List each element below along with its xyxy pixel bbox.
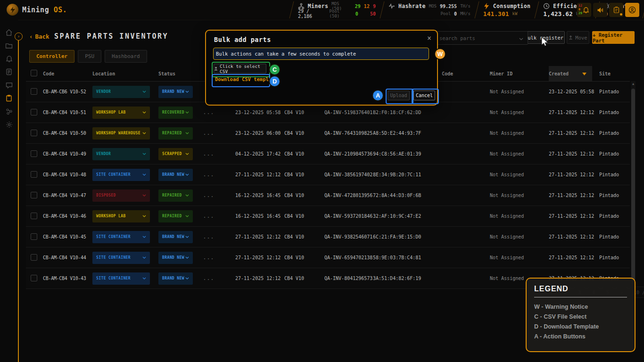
- bulk-register-button[interactable]: Bulk register: [523, 31, 565, 44]
- notifications-button[interactable]: 12 0 29: [577, 3, 591, 17]
- status-select[interactable]: BRAND NEW: [158, 231, 193, 243]
- sidebar-item-files[interactable]: [5, 41, 13, 49]
- row-actions-menu[interactable]: ...: [203, 172, 235, 177]
- table-body: CB-AM-CB6_V10-52VENDORBRAND NEWNot Assig…: [26, 82, 630, 289]
- row-actions-menu[interactable]: ...: [203, 276, 235, 281]
- legend-items: W - Warning NoticeC - CSV File SelectD -…: [534, 304, 627, 340]
- row-checkbox[interactable]: [31, 213, 37, 219]
- register-part-button[interactable]: + Register Part: [592, 31, 635, 44]
- row-actions-menu[interactable]: ...: [203, 214, 235, 219]
- row-checkbox[interactable]: [31, 233, 37, 240]
- notes-button[interactable]: [609, 3, 623, 17]
- row-actions-menu[interactable]: ...: [203, 151, 235, 156]
- scrollbar-thumb[interactable]: [631, 89, 635, 281]
- sidebar-item-inventory[interactable]: [5, 94, 13, 102]
- location-select[interactable]: DISPOSED: [92, 189, 150, 202]
- created-cell: 27-11-2025 12:12: [549, 214, 599, 219]
- row-checkbox[interactable]: [31, 130, 37, 136]
- status-select[interactable]: BRAND NEW: [158, 272, 193, 285]
- part-code-cell: CB-AM-CB4_V10-46: [43, 214, 92, 219]
- back-button[interactable]: ‹Back: [29, 33, 50, 40]
- status-select[interactable]: BRAND NEW: [158, 86, 193, 98]
- created-cell: 27-11-2025 12:12: [549, 110, 599, 115]
- site-cell: Pintado: [599, 151, 630, 156]
- table-scrollbar[interactable]: ▲: [631, 81, 636, 284]
- sound-button[interactable]: [593, 3, 607, 17]
- row-actions-menu[interactable]: ...: [203, 255, 235, 260]
- sidebar-item-reports[interactable]: [5, 68, 13, 76]
- status-select[interactable]: RECOVERED: [158, 107, 193, 119]
- sidebar-nav: [0, 20, 18, 362]
- mac-address-cell: B2:F0:18:CF:62:DD: [373, 110, 442, 115]
- sidebar-item-home[interactable]: [5, 28, 13, 36]
- row-checkbox[interactable]: [31, 109, 37, 115]
- row-actions-menu[interactable]: ...: [203, 193, 235, 198]
- row-checkbox[interactable]: [31, 254, 37, 261]
- speaker-icon: [597, 7, 604, 13]
- mac-address-cell: 8E:34:9B:20:7C:11: [373, 172, 442, 177]
- tab-hashboard[interactable]: Hashboard: [105, 50, 147, 63]
- model-cell: CB4_V10: [284, 234, 324, 239]
- search-input[interactable]: [438, 35, 506, 41]
- location-select[interactable]: WORKSHOP LAB: [92, 107, 150, 119]
- sidebar-item-settings[interactable]: [5, 121, 13, 129]
- location-select[interactable]: VENDOR: [92, 148, 150, 160]
- sidebar-item-alerts[interactable]: [5, 55, 13, 63]
- row-checkbox[interactable]: [31, 192, 37, 198]
- folder-icon: [5, 42, 13, 49]
- header-code[interactable]: Code: [43, 71, 92, 76]
- row-actions-menu[interactable]: ...: [203, 234, 235, 239]
- inventory-code-cell: QA-INV-7643109825: [324, 131, 373, 136]
- status-select[interactable]: BRAND NEW: [158, 169, 193, 181]
- status-select[interactable]: REPAIRED: [158, 127, 193, 140]
- header-miner-id[interactable]: Miner ID: [490, 71, 549, 76]
- tab-controller[interactable]: Controller: [29, 50, 74, 63]
- location-select[interactable]: SITE CONTAINER: [92, 231, 150, 243]
- select-all-checkbox[interactable]: [31, 70, 37, 76]
- row-checkbox[interactable]: [31, 88, 37, 95]
- miner-id-cell: Not Assigned: [490, 89, 549, 94]
- account-button[interactable]: [625, 3, 639, 17]
- header-site[interactable]: Site: [599, 71, 630, 76]
- row-actions-menu[interactable]: ...: [203, 131, 235, 136]
- miner-id-cell: Not Assigned: [490, 131, 549, 136]
- search-parts-select[interactable]: [434, 31, 528, 45]
- sidebar-item-messages[interactable]: [5, 81, 13, 89]
- download-csv-template-link[interactable]: Download CSV template: [215, 76, 278, 82]
- move-button[interactable]: Move: [567, 31, 589, 44]
- sidebar-item-integrations[interactable]: [5, 107, 13, 115]
- modal-title: Bulk add parts: [214, 36, 271, 43]
- location-select[interactable]: SITE CONTAINER: [92, 272, 150, 285]
- sidebar-expand-toggle[interactable]: ›: [15, 33, 23, 41]
- scroll-up-arrow-icon[interactable]: ▲: [631, 82, 636, 86]
- row-checkbox[interactable]: [31, 150, 37, 157]
- location-select[interactable]: SITE CONTAINER: [92, 252, 150, 264]
- location-select[interactable]: VENDOR: [92, 86, 150, 98]
- created-cell: 23-12-2025 05:58: [549, 89, 599, 94]
- close-icon[interactable]: ×: [427, 34, 431, 42]
- status-select[interactable]: REPAIRED: [158, 189, 193, 202]
- table-row: CB-AM-CB4_V10-49VENDORSCRAPPED...04-12-2…: [26, 144, 630, 165]
- status-select[interactable]: SCRAPPED: [158, 148, 193, 160]
- location-select[interactable]: WORKSHOP LAB: [92, 210, 150, 222]
- part-type-tabs: Controller PSU Hashboard: [29, 50, 147, 63]
- created-cell: 27-11-2025 12:12: [549, 255, 599, 260]
- header-status[interactable]: Status: [158, 71, 203, 76]
- header-code2[interactable]: Code: [442, 71, 490, 76]
- mac-address-cell: 72:8A:44:D3:0F:6B: [373, 193, 442, 198]
- header-created-sorted[interactable]: Created: [549, 66, 592, 81]
- sidebar-divider-line: [18, 40, 19, 362]
- row-actions-menu[interactable]: ...: [203, 110, 235, 115]
- status-select[interactable]: BRAND NEW: [158, 252, 193, 264]
- cancel-button[interactable]: Cancel: [413, 90, 435, 100]
- row-checkbox[interactable]: [31, 275, 37, 281]
- location-select[interactable]: WORKSHOP WAREHOUSE: [92, 127, 150, 140]
- row-checkbox[interactable]: [31, 171, 37, 178]
- select-csv-button[interactable]: Click to select CSV: [214, 64, 266, 74]
- upload-button[interactable]: Upload: [388, 90, 410, 100]
- location-select[interactable]: SITE CONTAINER: [92, 169, 150, 181]
- header-location[interactable]: Location: [92, 71, 158, 76]
- tab-psu[interactable]: PSU: [78, 50, 101, 63]
- status-select[interactable]: REPAIRED: [158, 210, 193, 222]
- created-cell: 27-11-2025 12:12: [549, 193, 599, 198]
